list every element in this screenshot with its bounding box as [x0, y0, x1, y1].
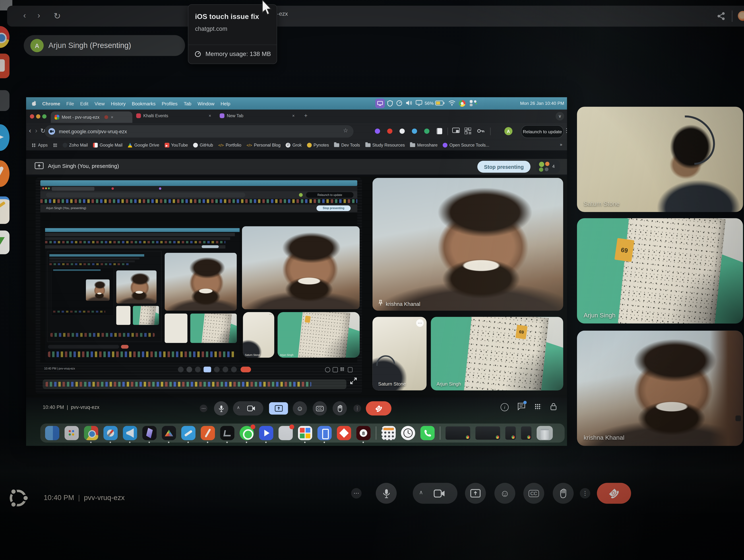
dock-phone-icon[interactable]	[420, 426, 435, 440]
present-button-active[interactable]	[269, 402, 288, 414]
volume-icon[interactable]	[406, 100, 412, 106]
user-switch-icon[interactable]	[469, 99, 477, 107]
apps-grid-icon[interactable]	[53, 143, 57, 147]
end-call-button[interactable]: ☎	[366, 401, 392, 415]
menu-profiles[interactable]: Profiles	[162, 101, 178, 106]
dock-trash-icon[interactable]	[537, 426, 553, 440]
bookmark-grok[interactable]: ∅Grok	[286, 143, 302, 148]
files-app-dock-icon[interactable]	[0, 231, 9, 254]
dock-xcode-icon[interactable]	[181, 426, 195, 440]
password-key-icon[interactable]	[477, 128, 485, 134]
bookmark-github[interactable]: GitHub	[193, 143, 213, 148]
grey-app-dock-icon[interactable]	[0, 90, 9, 111]
dock-prism-app-icon[interactable]	[162, 426, 176, 440]
meeting-info-icon[interactable]: i	[500, 403, 509, 411]
dock-grey-app-icon[interactable]	[278, 426, 293, 440]
shield-icon[interactable]	[387, 100, 393, 107]
menu-view[interactable]: View	[95, 101, 105, 106]
extension-icon-white[interactable]	[400, 128, 405, 134]
forward-icon[interactable]: ›	[35, 127, 37, 134]
minimized-window-small[interactable]	[521, 426, 531, 440]
more-options-button[interactable]: ⋮	[354, 405, 361, 412]
browser-menu-kebab-icon[interactable]: ⋮	[564, 127, 569, 134]
bookmark-star-icon[interactable]: ☆	[343, 127, 348, 134]
bookmarks-overflow-icon[interactable]: »	[560, 143, 562, 147]
dock-chrome-icon[interactable]	[84, 426, 98, 440]
more-reactions-button[interactable]: ⋯	[351, 488, 362, 498]
share-icon[interactable]	[717, 12, 726, 21]
bookmark-study-resources[interactable]: Study Resources	[365, 143, 405, 148]
dock-orange-pen-icon[interactable]	[201, 426, 215, 440]
tab-newtab[interactable]: New Tab ×	[220, 113, 299, 118]
minimized-window-small[interactable]	[505, 426, 516, 440]
browser-profile-avatar[interactable]: A	[505, 127, 512, 135]
end-call-button[interactable]: ☎	[597, 483, 631, 504]
sidebar-tile-arjun-singh[interactable]: 69 Arjun Singh	[577, 218, 743, 324]
tile-corner-icon[interactable]	[736, 415, 741, 421]
camera-chevron-icon[interactable]: ∧	[419, 489, 423, 496]
notes-app-dock-icon[interactable]	[0, 196, 9, 224]
reload-icon[interactable]: ↻	[53, 11, 61, 21]
dock-safari-icon[interactable]	[103, 426, 118, 440]
extension-icon-red[interactable]	[387, 128, 393, 134]
site-camera-icon[interactable]	[48, 128, 55, 135]
close-tab-icon[interactable]: ×	[209, 113, 211, 118]
minimized-window[interactable]	[445, 426, 470, 440]
raise-hand-button[interactable]	[333, 401, 347, 415]
dock-clock-icon[interactable]	[401, 426, 415, 440]
pinned-video-tile[interactable]: krishna Khanal	[373, 178, 563, 311]
menubar-datetime[interactable]: Mon 26 Jan 10:40 PM	[520, 101, 564, 106]
profile-badge-icon[interactable]	[738, 11, 744, 21]
dock-whatsapp-icon[interactable]	[239, 426, 254, 440]
telegram-dock-icon[interactable]	[0, 124, 9, 151]
stats-icon[interactable]	[396, 100, 403, 106]
cast-device-icon[interactable]	[452, 128, 460, 134]
bookmark-personal-blog[interactable]: </>Personal Blog	[247, 143, 281, 148]
bookmark-apps[interactable]: Apps	[32, 143, 48, 148]
video-tile-saturn[interactable]: ⋯ Saturn Stone	[373, 317, 427, 390]
captions-button[interactable]: CC	[313, 401, 327, 415]
menu-chrome[interactable]: Chrome	[42, 101, 60, 106]
menu-file[interactable]: File	[66, 101, 74, 106]
emoji-button[interactable]: ☺	[494, 483, 515, 504]
mic-button[interactable]	[214, 401, 228, 415]
camera-control[interactable]: ∧	[233, 401, 263, 415]
menu-history[interactable]: History	[111, 101, 126, 106]
menu-bookmarks[interactable]: Bookmarks	[132, 101, 155, 106]
close-tab-icon[interactable]: ×	[292, 113, 295, 118]
camera-control[interactable]: ∧	[413, 483, 457, 504]
bookmark-gmail[interactable]: Google Mail	[93, 143, 122, 148]
presenting-pill[interactable]: A Arjun Singh (Presenting)	[24, 35, 185, 56]
dock-eightball-app-icon[interactable]: 8	[356, 426, 371, 440]
close-tab-icon[interactable]: ×	[111, 115, 113, 120]
menu-tab[interactable]: Tab	[184, 101, 191, 106]
url-text[interactable]: meet.google.com/pvv-vruq-ezx	[59, 128, 127, 134]
bookmark-dev-tools[interactable]: Dev Tools	[334, 143, 360, 148]
tab-search-chevron[interactable]: ∨	[556, 112, 564, 120]
bookmark-youtube[interactable]: ▶YouTube	[164, 143, 188, 148]
menu-window[interactable]: Window	[197, 101, 215, 106]
chrome-update-icon[interactable]	[459, 100, 466, 107]
emoji-button[interactable]: ☺	[293, 401, 307, 415]
bookmark-open-source[interactable]: Open Source Tools...	[443, 143, 489, 148]
expand-icon[interactable]	[350, 377, 358, 385]
stop-presenting-button[interactable]: Stop presenting	[477, 161, 530, 173]
video-tile-arjun[interactable]: 69 Arjun Singh	[431, 317, 563, 390]
apple-menu-icon[interactable]	[32, 101, 36, 106]
red-app-dock-icon[interactable]	[0, 53, 9, 78]
tab-meet[interactable]: Meet - pvv-vruq-ezx ×	[51, 111, 133, 123]
extension-icon-purple[interactable]	[375, 128, 380, 134]
wifi-icon[interactable]	[448, 100, 455, 106]
dock-iphone-mirroring-icon[interactable]	[318, 426, 332, 440]
extension-icon-blue[interactable]	[412, 128, 417, 134]
minimize-window-light[interactable]	[36, 114, 40, 119]
dock-blue-play-icon[interactable]	[259, 426, 273, 440]
relaunch-update-button[interactable]: Relaunch to update	[521, 125, 564, 138]
present-button[interactable]	[465, 483, 486, 504]
bookmark-pynotes[interactable]: Pynotes	[307, 143, 329, 148]
menu-edit[interactable]: Edit	[80, 101, 88, 106]
dock-red-diamond-app-icon[interactable]	[337, 426, 351, 440]
close-window-light[interactable]	[30, 114, 34, 119]
tile-options-icon[interactable]: ⋯	[416, 319, 424, 327]
dock-vscode-icon[interactable]	[123, 426, 137, 440]
